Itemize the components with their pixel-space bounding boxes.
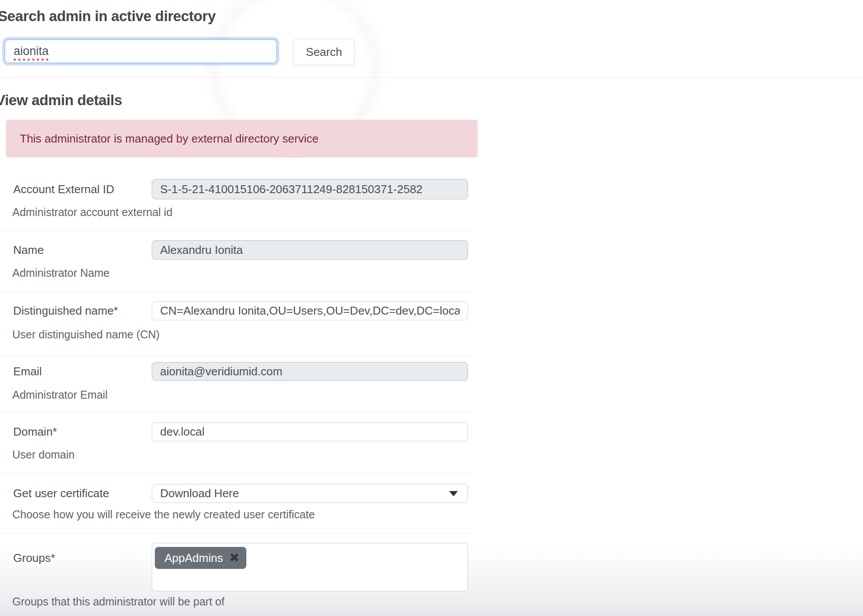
page-title-search-admin: Search admin in active directory [0, 8, 216, 25]
page-title-view-admin-details: View admin details [0, 92, 122, 109]
row-divider [0, 412, 471, 413]
remove-tag-icon[interactable]: ✖ [229, 552, 239, 564]
admin-email-input [152, 362, 468, 381]
chevron-down-icon [449, 491, 458, 496]
search-input[interactable]: aionita [4, 39, 277, 63]
certificate-delivery-selected-value: Download Here [160, 487, 449, 500]
field-label-distinguished-name: Distinguished name* [13, 301, 145, 320]
row-divider [0, 230, 471, 231]
field-label-name: Name [13, 240, 145, 260]
alert-text: This administrator is managed by externa… [20, 132, 318, 146]
group-tag-label: AppAdmins [165, 551, 223, 565]
field-label-domain: Domain* [13, 422, 145, 441]
field-label-email: Email [13, 362, 145, 381]
account-external-id-input [152, 179, 468, 199]
field-helper-get-user-certificate: Choose how you will receive the newly cr… [12, 508, 315, 521]
row-divider [0, 533, 471, 534]
field-helper-distinguished-name: User distinguished name (CN) [12, 328, 160, 341]
admin-name-input [152, 240, 468, 260]
search-button[interactable]: Search [293, 39, 355, 65]
search-input-value: aionita [14, 44, 49, 58]
section-divider [0, 77, 863, 77]
field-helper-name: Administrator Name [12, 267, 110, 279]
external-directory-alert: This administrator is managed by externa… [6, 120, 478, 158]
admin-details-page: Search admin in active directory aionita… [0, 0, 863, 616]
domain-input[interactable] [152, 422, 468, 441]
groups-multiselect[interactable]: AppAdmins ✖ [152, 543, 468, 591]
group-tag-appadmins: AppAdmins ✖ [155, 547, 246, 569]
field-helper-email: Administrator Email [12, 389, 108, 401]
field-label-get-user-certificate: Get user certificate [13, 484, 145, 503]
field-label-account-external-id: Account External ID [13, 179, 145, 199]
field-helper-groups: Groups that this administrator will be p… [12, 595, 224, 608]
distinguished-name-input[interactable] [152, 301, 468, 320]
row-divider [0, 291, 471, 292]
field-helper-domain: User domain [12, 448, 75, 461]
field-label-groups: Groups* [13, 547, 145, 569]
row-divider [0, 473, 471, 473]
row-divider [0, 356, 471, 356]
field-helper-account-external-id: Administrator account external id [12, 206, 172, 219]
certificate-delivery-select[interactable]: Download Here [152, 484, 468, 503]
